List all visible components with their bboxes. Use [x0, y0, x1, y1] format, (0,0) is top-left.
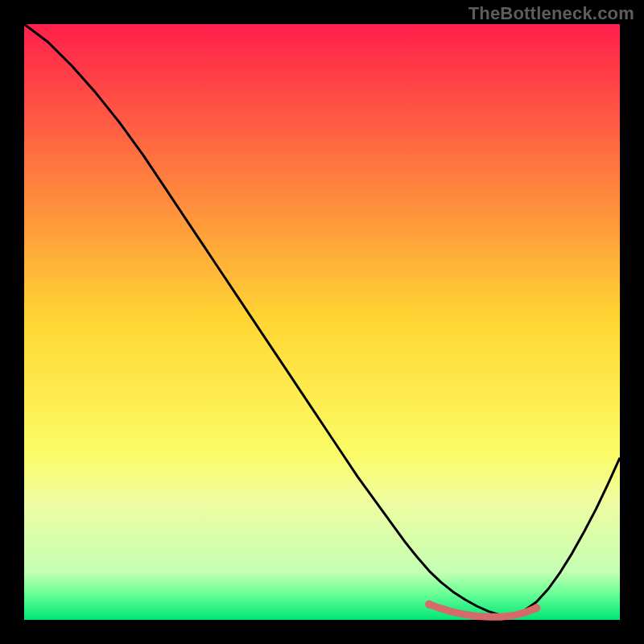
bottleneck-chart — [0, 0, 644, 644]
marker-end-dot — [425, 601, 433, 609]
chart-frame: TheBottleneck.com — [0, 0, 644, 644]
marker-end-dot — [532, 604, 540, 612]
watermark-label: TheBottleneck.com — [469, 3, 634, 24]
